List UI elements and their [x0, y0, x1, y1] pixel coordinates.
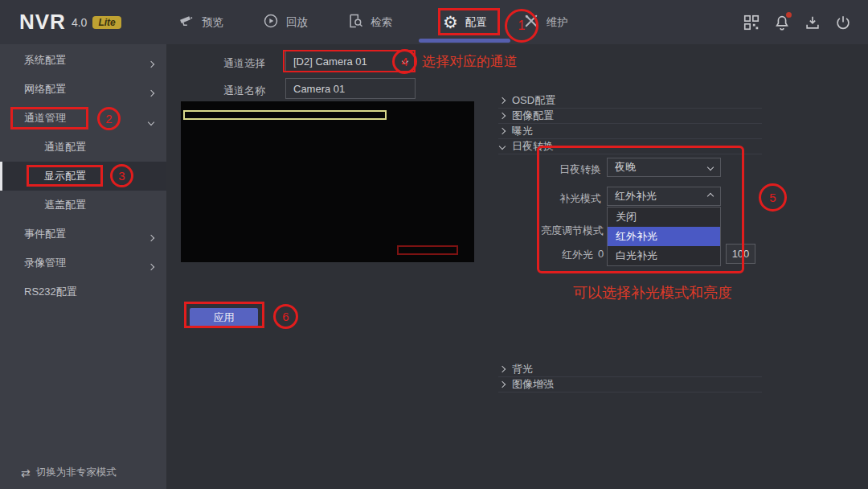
section-label: OSD配置: [512, 93, 555, 108]
sidebar-item-label: 遮盖配置: [44, 198, 86, 212]
section-label: 图像增强: [512, 377, 554, 392]
apply-button[interactable]: 应用: [190, 308, 258, 327]
ir-brightness-value-box[interactable]: 100: [726, 244, 755, 264]
qr-code-icon[interactable]: [743, 14, 760, 31]
chevron-right-icon: [149, 86, 154, 98]
day-night-dropdown[interactable]: 夜晚: [607, 158, 721, 177]
sidebar-item-label: 显示配置: [44, 169, 86, 183]
sidebar-item-label: 通道配置: [44, 140, 86, 154]
sidebar-nav: 系统配置 网络配置 通道管理 通道配置 显示配置 遮盖配置 事件配置: [0, 46, 166, 306]
osd-datetime-region[interactable]: [397, 245, 458, 255]
fill-light-options-list: 关闭 红外补光 白光补光: [607, 207, 721, 266]
top-bar: NVR 4.0 Lite 预览 回放 检索 ⚙ 配置: [0, 0, 868, 44]
brand-version: 4.0: [72, 16, 87, 29]
section-image-config[interactable]: 图像配置: [498, 109, 762, 124]
day-night-value: 夜晚: [615, 160, 636, 175]
channel-select-dropdown[interactable]: [D2] Camera 01: [285, 51, 416, 72]
chevron-right-icon: [499, 128, 506, 134]
gear-icon: ⚙: [443, 14, 458, 31]
osd-title-region[interactable]: [183, 110, 387, 120]
option-white-fill-light[interactable]: 白光补光: [608, 246, 720, 265]
brand-name: NVR: [19, 10, 66, 35]
chevron-right-icon: [149, 231, 154, 243]
chevron-down-icon: [149, 115, 154, 127]
playback-icon: [263, 13, 279, 31]
tools-icon: [523, 13, 539, 31]
lite-badge: Lite: [92, 16, 121, 29]
section-osd-config[interactable]: OSD配置: [498, 93, 762, 109]
sidebar-item-label: RS232配置: [24, 285, 77, 299]
sidebar-item-event-config[interactable]: 事件配置: [0, 220, 166, 249]
section-label: 日夜转换: [512, 139, 554, 154]
section-backlight[interactable]: 背光: [498, 362, 762, 377]
notification-badge-dot: [786, 12, 792, 18]
sidebar-item-network-config[interactable]: 网络配置: [0, 75, 166, 104]
search-doc-icon: [347, 13, 363, 31]
ir-slider-min-value: 0: [598, 248, 604, 260]
tab-playback[interactable]: 回放: [263, 0, 308, 44]
chevron-right-icon: [499, 97, 506, 104]
fill-light-label: 补光模式: [498, 191, 601, 206]
fill-light-dropdown[interactable]: 红外补光: [607, 187, 721, 206]
channel-select-label: 通道选择: [223, 56, 265, 71]
tab-search-label: 检索: [371, 15, 392, 30]
sidebar-item-system-config[interactable]: 系统配置: [0, 46, 166, 75]
annotation-step-5: 5: [759, 183, 787, 212]
export-download-icon[interactable]: [804, 14, 821, 31]
nvr-app-window: NVR 4.0 Lite 预览 回放 检索 ⚙ 配置: [0, 0, 868, 489]
chevron-right-icon: [499, 113, 506, 119]
tab-maintain[interactable]: 维护: [523, 0, 568, 44]
tab-preview[interactable]: 预览: [178, 0, 223, 44]
section-exposure[interactable]: 曝光: [498, 124, 762, 139]
sidebar-item-channel-management[interactable]: 通道管理: [0, 104, 166, 133]
sidebar-item-label: 事件配置: [24, 227, 66, 241]
chevron-right-icon: [149, 260, 154, 272]
notifications-bell-icon[interactable]: [773, 14, 791, 31]
sidebar-item-label: 系统配置: [24, 53, 66, 68]
tab-preview-label: 预览: [202, 15, 223, 30]
sidebar-item-channel-config[interactable]: 通道配置: [0, 133, 166, 162]
sidebar-item-label: 录像管理: [24, 256, 66, 270]
switch-expert-mode-link[interactable]: ⇄ 切换为非专家模式: [21, 466, 117, 479]
sidebar-item-label: 通道管理: [24, 111, 66, 125]
channel-name-input[interactable]: Camera 01: [285, 78, 416, 99]
sidebar-item-privacy-mask-config[interactable]: 遮盖配置: [0, 191, 166, 220]
tab-config-label: 配置: [465, 15, 487, 30]
chevron-down-icon: [707, 164, 714, 171]
annotation-tip-channel: 选择对应的通道: [422, 52, 518, 71]
swap-arrows-icon: ⇄: [21, 466, 31, 479]
channel-name-label: 通道名称: [223, 84, 265, 98]
tab-maintain-label: 维护: [547, 15, 568, 30]
section-label: 曝光: [512, 124, 533, 138]
settings-accordion-top: OSD配置 图像配置 曝光 日夜转换: [498, 93, 762, 154]
tab-playback-label: 回放: [286, 15, 308, 30]
tab-config[interactable]: ⚙ 配置: [443, 0, 487, 44]
annotation-step-6: 6: [273, 304, 298, 329]
power-icon[interactable]: [834, 14, 852, 31]
channel-select-value: [D2] Camera 01: [293, 55, 367, 68]
option-off[interactable]: 关闭: [608, 208, 720, 227]
sidebar-item-display-config[interactable]: 显示配置: [0, 162, 166, 191]
top-right-icons: [743, 0, 852, 44]
video-preview[interactable]: [181, 101, 474, 262]
tab-search[interactable]: 检索: [347, 0, 392, 44]
option-ir-fill-light[interactable]: 红外补光: [608, 227, 720, 246]
annotation-tip-fill-light: 可以选择补光模式和亮度: [573, 283, 732, 302]
sidebar-item-rs232-config[interactable]: RS232配置: [0, 277, 166, 306]
section-day-night[interactable]: 日夜转换: [498, 139, 762, 154]
day-night-label: 日夜转换: [498, 162, 601, 177]
chevron-down-icon: [402, 58, 408, 64]
sidebar-item-record-management[interactable]: 录像管理: [0, 249, 166, 277]
camera-icon: [178, 13, 194, 31]
app-logo: NVR 4.0 Lite: [19, 0, 121, 44]
settings-accordion-bottom: 背光 图像增强: [498, 362, 762, 392]
section-image-enhancement[interactable]: 图像增强: [498, 377, 762, 392]
chevron-down-icon: [499, 143, 506, 150]
sidebar-item-label: 网络配置: [24, 82, 66, 97]
section-label: 图像配置: [512, 109, 554, 123]
ir-light-label: 红外光: [498, 248, 593, 262]
chevron-right-icon: [499, 366, 506, 372]
section-label: 背光: [512, 362, 533, 376]
switch-expert-mode-label: 切换为非专家模式: [36, 466, 117, 479]
channel-name-value: Camera 01: [293, 83, 345, 95]
